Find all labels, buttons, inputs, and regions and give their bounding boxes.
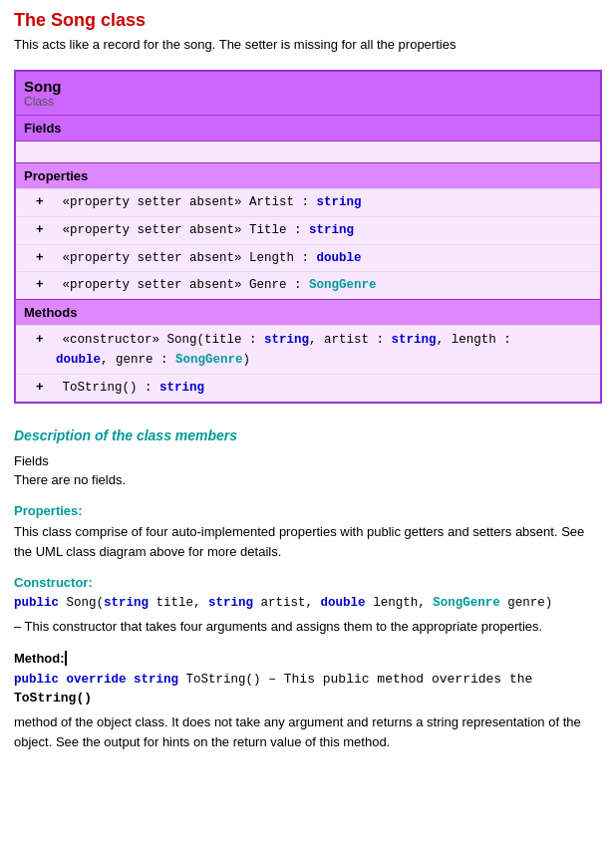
uml-method-tostring: + ToString() : string bbox=[16, 374, 600, 402]
uml-properties-header: Properties bbox=[16, 162, 600, 188]
page-subtitle: This acts like a record for the song. Th… bbox=[14, 37, 602, 52]
uml-methods-header: Methods bbox=[16, 299, 600, 325]
uml-property-title: + «property setter absent» Title : strin… bbox=[16, 216, 600, 244]
constructor-signature: public Song(string title, string artist,… bbox=[14, 594, 602, 613]
uml-class-name: Song bbox=[24, 78, 592, 95]
plus-icon: + bbox=[36, 333, 44, 347]
desc-title: Description of the class members bbox=[14, 427, 602, 443]
uml-fields-empty bbox=[16, 141, 600, 162]
uml-property-artist: + «property setter absent» Artist : stri… bbox=[16, 188, 600, 216]
description-section: Description of the class members Fields … bbox=[14, 427, 602, 751]
plus-icon: + bbox=[36, 381, 44, 395]
uml-class-header: Song Class bbox=[16, 72, 600, 115]
uml-property-genre: + «property setter absent» Genre : SongG… bbox=[16, 271, 600, 299]
plus-icon: + bbox=[36, 251, 44, 265]
method-label: Method: bbox=[14, 651, 602, 666]
plus-icon: + bbox=[36, 223, 44, 237]
plus-icon: + bbox=[36, 278, 44, 292]
properties-label: Properties: bbox=[14, 503, 602, 518]
uml-property-length: + «property setter absent» Length : doub… bbox=[16, 244, 600, 272]
fields-label: Fields bbox=[14, 453, 602, 468]
cursor bbox=[65, 651, 67, 666]
fields-text: There are no fields. bbox=[14, 470, 602, 490]
uml-diagram: Song Class Fields Properties + «property… bbox=[14, 70, 602, 404]
uml-fields-header: Fields bbox=[16, 115, 600, 141]
method-desc: method of the object class. It does not … bbox=[14, 712, 602, 751]
uml-class-type: Class bbox=[24, 95, 592, 109]
constructor-desc: – This constructor that takes four argum… bbox=[14, 617, 602, 637]
page-title: The Song class bbox=[14, 10, 602, 31]
plus-icon: + bbox=[36, 195, 44, 209]
properties-text: This class comprise of four auto-impleme… bbox=[14, 522, 602, 561]
uml-method-constructor: + «constructor» Song(title : string, art… bbox=[16, 325, 600, 374]
constructor-label: Constructor: bbox=[14, 575, 602, 590]
method-signature: public override string ToString() – This… bbox=[14, 670, 602, 709]
